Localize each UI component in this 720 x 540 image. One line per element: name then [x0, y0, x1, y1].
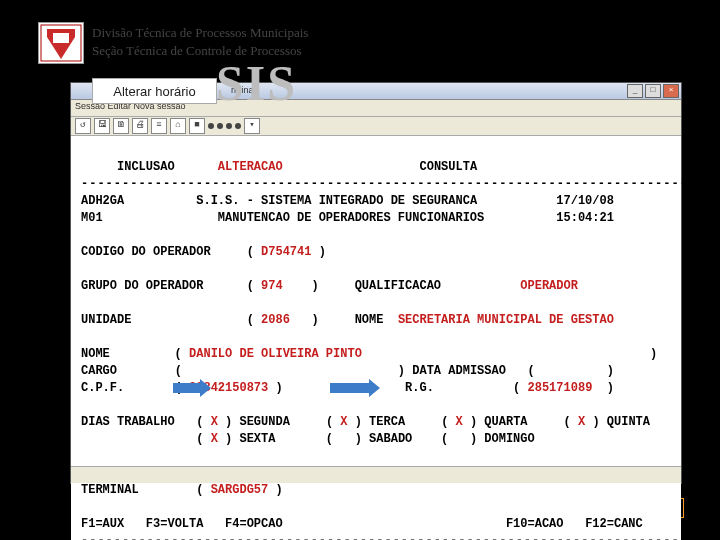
sis-watermark: SIS: [216, 58, 297, 108]
chk-seg[interactable]: X: [211, 415, 218, 429]
lbl-grp: GRUPO DO OPERADOR: [81, 279, 203, 293]
chk-qua[interactable]: X: [456, 415, 463, 429]
val-qual: OPERADOR: [520, 279, 578, 293]
f10: F10=ACAO: [506, 517, 564, 531]
val-term[interactable]: SARGDG57: [211, 483, 269, 497]
lbl-unid: UNIDADE: [81, 313, 131, 327]
chk-qui[interactable]: X: [578, 415, 585, 429]
toolbar-dot: [226, 123, 232, 129]
svg-rect-1: [53, 33, 69, 43]
toolbar-btn-0[interactable]: ↺: [75, 118, 91, 134]
val-unid[interactable]: 2086: [261, 313, 290, 327]
lbl-cargo: CARGO: [81, 364, 117, 378]
lbl-nome: NOME: [81, 347, 110, 361]
val-grp[interactable]: 974: [261, 279, 283, 293]
toolbar-btn-4[interactable]: ≡: [151, 118, 167, 134]
toolbar-dot: [208, 123, 214, 129]
lbl-nome-sec: NOME: [355, 313, 384, 327]
window-toolbar: ↺ 🖫 🗎 🖨 ≡ ⌂ ■ ▾: [71, 117, 681, 136]
window-max-button[interactable]: □: [645, 84, 661, 98]
val-rg[interactable]: 285171089: [528, 381, 593, 395]
val-nome-sec: SECRETARIA MUNICIPAL DE GESTAO: [398, 313, 614, 327]
slide-title-tab: Alterar horário: [92, 78, 217, 104]
lbl-adm: DATA ADMISSAO: [412, 364, 506, 378]
sys-line2: MANUTENCAO DE OPERADORES FUNCIONARIOS: [218, 211, 484, 225]
crest-logo: [38, 22, 84, 64]
terminal-window: rminal _ □ × Sessão Editar Nova sessão ↺…: [70, 82, 682, 484]
f12: F12=CANC: [585, 517, 643, 531]
window-statusbar: [71, 466, 681, 483]
toolbar-btn-1[interactable]: 🖫: [94, 118, 110, 134]
nav-alteracao: ALTERACAO: [218, 160, 283, 174]
window-min-button[interactable]: _: [627, 84, 643, 98]
highlight-arrow-start-time: [173, 383, 201, 393]
toolbar-btn-11[interactable]: ▾: [244, 118, 260, 134]
lbl-seg: SEGUNDA: [239, 415, 289, 429]
nav-inclusao: INCLUSAO: [117, 160, 175, 174]
toolbar-btn-6[interactable]: ■: [189, 118, 205, 134]
lbl-qua: QUARTA: [484, 415, 527, 429]
f1: F1=AUX: [81, 517, 124, 531]
sys-line1: S.I.S. - SISTEMA INTEGRADO DE SEGURANCA: [196, 194, 477, 208]
lbl-cpf: C.P.F.: [81, 381, 124, 395]
dash-line2: ----------------------------------------…: [81, 534, 704, 540]
lbl-rg: R.G.: [405, 381, 434, 395]
lbl-qui: QUINTA: [607, 415, 650, 429]
lbl-qual: QUALIFICACAO: [355, 279, 441, 293]
lbl-cod: CODIGO DO OPERADOR: [81, 245, 211, 259]
time: 15:04:21: [556, 211, 614, 225]
f4: F4=OPCAO: [225, 517, 283, 531]
toolbar-btn-3[interactable]: 🖨: [132, 118, 148, 134]
hdr-m: M01: [81, 211, 103, 225]
highlight-arrow-end-time: [330, 383, 370, 393]
slide-title-text: Alterar horário: [113, 84, 195, 99]
hdr-code: ADH2GA: [81, 194, 124, 208]
chk-ter[interactable]: X: [340, 415, 347, 429]
lbl-dom: DOMINGO: [484, 432, 534, 446]
dash-line: ----------------------------------------…: [81, 177, 704, 191]
val-cod[interactable]: D754741: [261, 245, 311, 259]
toolbar-dot: [235, 123, 241, 129]
lbl-ter: TERCA: [369, 415, 405, 429]
f3: F3=VOLTA: [146, 517, 204, 531]
date: 17/10/08: [556, 194, 614, 208]
toolbar-btn-5[interactable]: ⌂: [170, 118, 186, 134]
org-line1: Divisão Técnica de Processos Municipais: [92, 24, 308, 42]
chk-sex[interactable]: X: [211, 432, 218, 446]
lbl-sex: SEXTA: [239, 432, 275, 446]
val-nome[interactable]: DANILO DE OLIVEIRA PINTO: [189, 347, 362, 361]
toolbar-dot: [217, 123, 223, 129]
nav-consulta: CONSULTA: [419, 160, 477, 174]
toolbar-btn-2[interactable]: 🗎: [113, 118, 129, 134]
window-close-button[interactable]: ×: [663, 84, 679, 98]
lbl-term: TERMINAL: [81, 483, 139, 497]
lbl-sab: SABADO: [369, 432, 412, 446]
lbl-dias: DIAS TRABALHO: [81, 415, 175, 429]
